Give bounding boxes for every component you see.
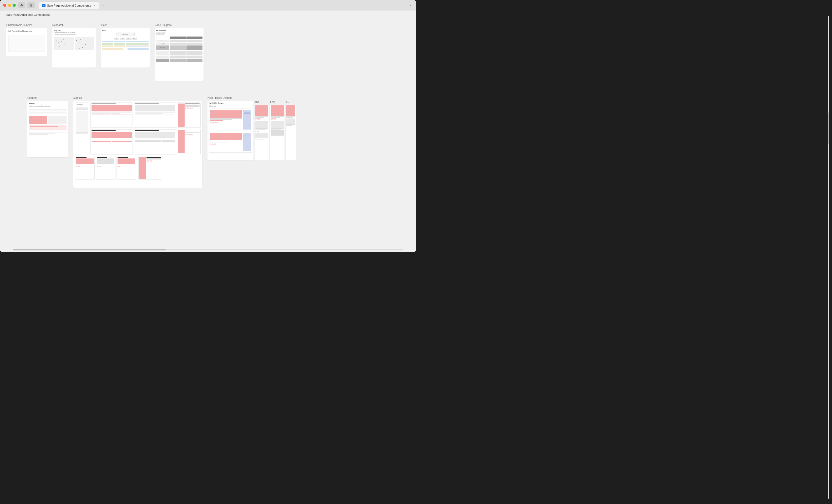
flow-box-2: Box <box>120 37 125 40</box>
globe-icon[interactable] <box>27 2 35 8</box>
fra-label: Fra... <box>286 101 296 104</box>
pdp-1-label: PDP <box>255 101 269 104</box>
fra-card[interactable] <box>286 105 296 160</box>
zone-diagram-card[interactable]: Zone Diagram Flexibility on sale pageAdd… <box>155 28 204 81</box>
module-thumb-r2-1 <box>75 156 95 180</box>
flow-cell-4 <box>137 41 149 42</box>
hifi-title: High Fidelity Designs <box>209 102 252 104</box>
research-label: Research <box>52 24 96 27</box>
zone-col-product: Product <box>170 36 186 39</box>
flow-sales-box: Sales Pages <box>116 33 135 36</box>
pdp-2-card[interactable] <box>270 105 285 160</box>
flow-box-1: Box <box>114 37 120 40</box>
flow-box-3: Box <box>126 37 131 40</box>
request-title: Request <box>29 103 67 104</box>
req-pink-bar-1 <box>30 127 58 127</box>
hifi-text-2: · Saving by adding <box>209 106 252 107</box>
flow-diagram: Sales Pages Box Box Box Box <box>101 32 150 51</box>
req-pink-bar-2 <box>30 128 66 128</box>
flow-cell-3 <box>126 41 137 42</box>
more-options-button[interactable]: ··· <box>409 3 413 8</box>
pdp-1-card[interactable] <box>255 105 269 160</box>
flow-cell-1 <box>102 41 113 42</box>
zone-diagram-section: Zone Diagram Zone Diagram Flexibility on… <box>155 24 204 81</box>
research-card[interactable]: Requests · Inspiration of modules sets b… <box>52 28 96 67</box>
customizable-bundles-card[interactable]: Sale Page Additional Components — —— <box>6 28 47 56</box>
customizable-bundles-label: Customizable Bundles <box>6 24 47 27</box>
traffic-lights <box>3 4 16 7</box>
hifi-text-1: · Layout by bundle <box>209 105 252 106</box>
flow-cell-7 <box>126 43 137 45</box>
module-thumb-r2-3 <box>116 156 136 180</box>
req-img-1 <box>29 116 47 124</box>
request-label: Request <box>27 96 68 99</box>
request-card[interactable]: Request · Inspiration of modules sets by… <box>27 101 68 158</box>
zone-row-3-label: Description <box>156 46 169 50</box>
cb-subtitle: — <box>8 32 45 34</box>
zone-r7-c1 <box>170 59 186 62</box>
zone-grid: Product General Sales Name Image & Price <box>155 36 204 63</box>
flow-cell-5 <box>102 43 113 45</box>
browser-content[interactable]: Sale Page Additional Components Customiz… <box>0 10 416 252</box>
flow-cell-6 <box>114 43 125 45</box>
module-card[interactable]: Product Name <box>73 101 202 188</box>
research-img-1 <box>54 37 74 50</box>
horizontal-scrollbar[interactable] <box>13 249 403 250</box>
zone-row-5-label <box>156 53 169 55</box>
fra-section: Fra... <box>286 101 296 160</box>
research-text-2: · Review and audit of existing modules, … <box>54 34 94 35</box>
request-section: Request Request · Inspiration of modules… <box>27 96 68 158</box>
titlebar: N Sale Page Additional Components ✕ + ··… <box>0 0 416 10</box>
home-button[interactable] <box>18 2 25 8</box>
hifi-main-card[interactable]: High Fidelity Designs · Layout by bundle… <box>207 101 254 160</box>
bottom-sections-row: Request Request · Inspiration of modules… <box>0 81 416 188</box>
zone-r6-c1 <box>170 56 186 58</box>
req-pink-section <box>29 125 67 130</box>
new-tab-button[interactable]: + <box>100 2 106 8</box>
cb-body <box>8 35 45 52</box>
pdp-2-section: PDP <box>270 101 285 160</box>
module-left-panel: Product Name <box>75 103 89 155</box>
minimize-button[interactable] <box>8 4 11 7</box>
zone-r7-c2 <box>186 59 203 62</box>
zone-r5-c1 <box>170 53 186 55</box>
maximize-button[interactable] <box>12 4 16 7</box>
zone-col-general: General Sales <box>186 36 203 39</box>
scrollbar-thumb[interactable] <box>13 249 166 250</box>
flow-card[interactable]: Flow Sales Pages Box Box Box Box <box>101 28 150 67</box>
zone-subtitle: Flexibility on sale pageAdditional respo… <box>155 32 204 36</box>
req-text-bar-3 <box>29 134 48 135</box>
zone-r4-c2 <box>186 51 203 53</box>
browser-window: N Sale Page Additional Components ✕ + ··… <box>0 0 416 252</box>
zone-row-1-label: Name <box>156 40 169 42</box>
zone-r2-c2 <box>186 43 203 45</box>
zone-title: Zone Diagram <box>155 28 204 32</box>
zone-diagram-label: Zone Diagram <box>155 24 204 27</box>
tab-title: Sale Page Additional Components <box>47 4 91 7</box>
research-section: Research Requests · Inspiration of modul… <box>52 24 96 67</box>
request-text-1: · Inspiration of modules sets by David A… <box>29 105 67 106</box>
hifi-page-1 <box>209 109 252 131</box>
close-button[interactable] <box>3 4 6 7</box>
req-row-1 <box>29 109 67 111</box>
zone-r2-c1 <box>170 43 186 45</box>
zone-row-7-label <box>156 59 169 62</box>
zone-r5-c2 <box>186 53 203 55</box>
top-sections-row: Customizable Bundles Sale Page Additiona… <box>0 17 416 81</box>
module-thumb-r2-2 <box>96 156 115 180</box>
tab-sale-page[interactable]: N Sale Page Additional Components ✕ <box>39 2 99 9</box>
req-text-bar-2 <box>29 133 55 134</box>
flow-section: Flow Flow Sales Pages Box Box Box Box <box>101 24 150 67</box>
flow-label: Flow <box>101 24 150 27</box>
zone-row-6-label <box>156 56 169 58</box>
flow-cell-2 <box>114 41 125 42</box>
zone-row-4-label <box>156 51 169 53</box>
zone-r1-c1 <box>170 40 186 42</box>
flow-box-4: Box <box>131 37 137 40</box>
customizable-bundles-section: Customizable Bundles Sale Page Additiona… <box>6 24 47 56</box>
hifi-label: High Fidelity Designs <box>207 96 296 99</box>
req-pink-bar-3 <box>30 129 51 129</box>
module-section: Module Product Name <box>73 96 202 188</box>
zone-r4-c1 <box>170 51 186 53</box>
tab-close-button[interactable]: ✕ <box>93 4 96 7</box>
